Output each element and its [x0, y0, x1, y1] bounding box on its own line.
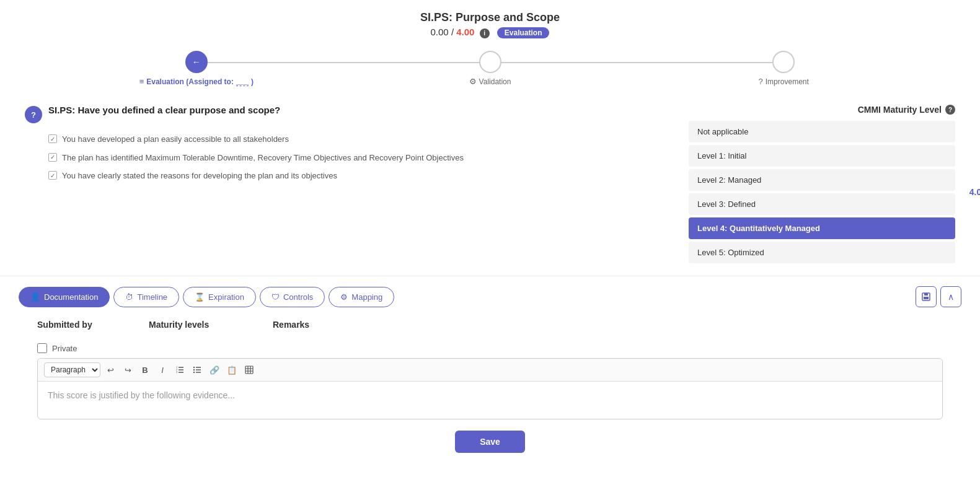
svg-rect-2: [924, 297, 929, 299]
svg-rect-15: [245, 366, 253, 374]
table-button[interactable]: [242, 362, 257, 377]
save-icon: [921, 292, 931, 302]
evaluation-badge: Evaluation: [497, 27, 550, 38]
question-text: SI.PS: Have you defined a clear purpose …: [48, 105, 280, 115]
cmmi-level-4[interactable]: Level 4: Quantitatively Managed: [689, 217, 955, 239]
checklist-text-2: The plan has identified Maximum Tolerabl…: [62, 152, 464, 164]
checklist-text-1: You have developed a plan easily accessi…: [62, 133, 289, 146]
bottom-section: Submitted by Maturity levels Remarks Pri…: [19, 307, 961, 419]
editor-toolbar: Paragraph Heading 1 Heading 2 ↩ ↪ B I 12…: [38, 359, 942, 382]
paste-button[interactable]: 📋: [224, 362, 239, 377]
ordered-list-button[interactable]: 123: [172, 362, 187, 377]
step-validation[interactable]: ⚙ Validation: [343, 51, 637, 86]
col-remarks: Remarks: [273, 320, 943, 330]
private-label: Private: [52, 344, 77, 353]
checklist-item: You have clearly stated the reasons for …: [48, 170, 664, 182]
cmmi-header: CMMI Maturity Level ?: [689, 105, 955, 115]
checkbox-1[interactable]: [48, 134, 57, 143]
cmmi-level-5[interactable]: Level 5: Optimized: [689, 242, 955, 263]
score-max: 4.00: [456, 27, 474, 37]
step-improvement[interactable]: ? Improvement: [637, 51, 930, 86]
save-button[interactable]: Save: [455, 431, 525, 453]
question-header: ? SI.PS: Have you defined a clear purpos…: [25, 105, 664, 123]
redo-button[interactable]: ↪: [120, 362, 135, 377]
cmmi-level-2[interactable]: Level 2: Managed: [689, 169, 955, 191]
svg-rect-1: [924, 293, 928, 296]
checklist-text-3: You have clearly stated the reasons for …: [62, 170, 337, 182]
tab-documentation[interactable]: 👤 Documentation: [19, 287, 110, 307]
step-circle-validation: [479, 51, 501, 73]
tab-expiration[interactable]: ⌛ Expiration: [183, 287, 256, 307]
editor-body[interactable]: This score is justified by the following…: [38, 382, 942, 419]
score-current: 0.00: [431, 27, 449, 37]
step-label-evaluation: ≡ Evaluation (Assigned to: ___ ): [139, 77, 254, 86]
tabs-right: ∧: [916, 286, 961, 307]
cmmi-score-indicator: 4.00: [969, 187, 980, 197]
page-header: SI.PS: Purpose and Scope 0.00 / 4.00 i E…: [0, 0, 980, 43]
cmmi-title: CMMI Maturity Level: [858, 105, 942, 115]
step-evaluation[interactable]: ← ≡ Evaluation (Assigned to: ___ ): [50, 51, 343, 86]
svg-text:3: 3: [176, 370, 178, 374]
collapse-button[interactable]: ∧: [940, 286, 961, 307]
cmmi-level-3[interactable]: Level 3: Defined: [689, 193, 955, 215]
score-display: 0.00 / 4.00 i Evaluation: [0, 27, 980, 38]
paragraph-select[interactable]: Paragraph Heading 1 Heading 2: [44, 362, 100, 377]
documentation-icon: 👤: [30, 292, 40, 302]
mapping-icon: ⚙: [340, 292, 348, 302]
cmmi-info-icon[interactable]: ?: [945, 105, 955, 115]
tab-controls[interactable]: 🛡 Controls: [260, 287, 325, 307]
private-row: Private: [37, 337, 943, 358]
cmmi-level-na[interactable]: Not applicable: [689, 121, 955, 142]
cmmi-level-1[interactable]: Level 1: Initial: [689, 145, 955, 167]
cmmi-levels: Not applicable Level 1: Initial Level 2:…: [689, 121, 955, 263]
info-icon[interactable]: i: [480, 28, 490, 38]
step-label-improvement: ? Improvement: [759, 77, 809, 86]
left-panel: ? SI.PS: Have you defined a clear purpos…: [19, 99, 676, 269]
unordered-list-button[interactable]: [190, 362, 205, 377]
private-checkbox[interactable]: [37, 343, 47, 353]
expiration-icon: ⌛: [195, 292, 205, 302]
editor-placeholder: This score is justified by the following…: [48, 390, 235, 400]
main-content: ? SI.PS: Have you defined a clear purpos…: [0, 99, 980, 269]
checkbox-3[interactable]: [48, 171, 57, 180]
svg-point-13: [193, 369, 195, 370]
svg-point-12: [193, 367, 195, 368]
steps-container: ← ≡ Evaluation (Assigned to: ___ ) ⚙ Val…: [0, 43, 980, 99]
checklist: You have developed a plan easily accessi…: [48, 133, 664, 182]
step-circle-evaluation: ←: [185, 51, 208, 73]
col-submitted-by: Submitted by: [37, 320, 136, 330]
timeline-icon: ⏱: [125, 292, 133, 302]
tab-timeline[interactable]: ⏱ Timeline: [113, 287, 179, 307]
undo-button[interactable]: ↩: [103, 362, 118, 377]
col-maturity-levels: Maturity levels: [149, 320, 260, 330]
step-circle-improvement: [772, 51, 795, 73]
right-panel: CMMI Maturity Level ? Not applicable Lev…: [676, 99, 961, 269]
save-icon-button[interactable]: [916, 286, 937, 307]
svg-point-14: [193, 372, 195, 373]
tabs-bar: 👤 Documentation ⏱ Timeline ⌛ Expiration …: [19, 286, 961, 307]
tabs-left: 👤 Documentation ⏱ Timeline ⌛ Expiration …: [19, 287, 394, 307]
checkbox-2[interactable]: [48, 153, 57, 162]
save-row: Save: [19, 419, 961, 465]
page-title: SI.PS: Purpose and Scope: [0, 11, 980, 24]
rich-text-editor[interactable]: Paragraph Heading 1 Heading 2 ↩ ↪ B I 12…: [37, 358, 943, 419]
doc-table-header: Submitted by Maturity levels Remarks: [37, 307, 943, 337]
checklist-item: You have developed a plan easily accessi…: [48, 133, 664, 146]
controls-icon: 🛡: [271, 292, 280, 302]
tab-mapping[interactable]: ⚙ Mapping: [329, 287, 394, 307]
italic-button[interactable]: I: [155, 362, 170, 377]
tabs-section: 👤 Documentation ⏱ Timeline ⌛ Expiration …: [0, 276, 980, 465]
step-label-validation: ⚙ Validation: [469, 77, 511, 86]
bold-button[interactable]: B: [138, 362, 152, 377]
checklist-item: The plan has identified Maximum Tolerabl…: [48, 152, 664, 164]
link-button[interactable]: 🔗: [207, 362, 222, 377]
question-icon: ?: [25, 106, 42, 123]
chevron-up-icon: ∧: [948, 292, 954, 302]
